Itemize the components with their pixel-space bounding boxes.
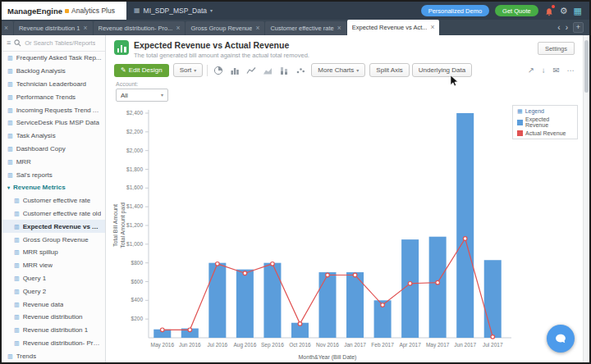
- point-actual-revenue-aug-2016[interactable]: [243, 271, 247, 275]
- point-actual-revenue-may-2016[interactable]: [160, 328, 164, 332]
- stacked-chart-icon[interactable]: [277, 64, 291, 76]
- sidebar-section-revenue-metrics[interactable]: ▾Revenue Metrics: [2, 181, 105, 194]
- sidebar-item-mrr-spillup[interactable]: ▥MRR spillup: [2, 246, 105, 259]
- page-scrollbar[interactable]: [583, 35, 589, 362]
- workspace-switcher[interactable]: ▦ MI_SDP_MSP_Data ▾: [126, 7, 220, 15]
- sidebar-search[interactable]: ≡ Or Search Tables/Reports: [2, 35, 105, 52]
- tab-close-icon[interactable]: ×: [176, 25, 180, 32]
- point-actual-revenue-jan-2017[interactable]: [353, 273, 357, 277]
- sidebar-item-task-analysis[interactable]: ▥Task Analysis: [2, 130, 105, 143]
- split-axis-button[interactable]: Split Axis: [369, 63, 409, 77]
- point-actual-revenue-jul-2016[interactable]: [216, 262, 220, 266]
- download-icon[interactable]: ↓: [542, 66, 546, 75]
- chat-fab-button[interactable]: [547, 325, 575, 353]
- area-chart-icon[interactable]: [261, 64, 274, 76]
- bar-chart-icon[interactable]: [228, 64, 241, 76]
- underlying-data-button[interactable]: Underlying Data: [412, 63, 472, 77]
- list-view-icon[interactable]: ≡: [7, 39, 11, 47]
- point-actual-revenue-may-2017[interactable]: [436, 280, 440, 284]
- sidebar-item-technician-leaderboard[interactable]: ▥Technician Leaderboard: [2, 78, 105, 91]
- x-tick-label: Nov 2016: [316, 342, 339, 348]
- apps-grid-icon[interactable]: ▦: [574, 7, 582, 16]
- sidebar-item-servicedesk-plus-msp-data[interactable]: ▥ServiceDesk Plus MSP Data: [2, 116, 105, 130]
- get-quote-button[interactable]: Get Quote: [495, 5, 538, 16]
- split-axis-label: Split Axis: [376, 66, 402, 74]
- report-tab-expected-revenue-vs-act[interactable]: Expected Revenue vs Act...×: [347, 20, 440, 35]
- sidebar-item-revenue-distribution-1[interactable]: ▥Revenue distribution 1: [2, 324, 105, 337]
- legend-entry-expected-revenue[interactable]: Expected Revenue: [517, 116, 573, 128]
- line-chart-icon[interactable]: [245, 64, 258, 76]
- revenue-chart[interactable]: $200$400$600$800$1,000$1,200$1,400$1,600…: [109, 103, 569, 362]
- point-actual-revenue-sep-2016[interactable]: [271, 262, 275, 266]
- personalized-demo-button[interactable]: Personalized Demo: [421, 5, 489, 16]
- scrollbar-thumb[interactable]: [584, 40, 589, 93]
- report-tab-revenue-distribution-1[interactable]: Revenue distribution 1×: [14, 21, 93, 35]
- point-actual-revenue-jul-2017[interactable]: [491, 335, 495, 339]
- bar-expected-revenue-jul-2016[interactable]: [208, 263, 226, 338]
- account-filter-select[interactable]: All ▾: [116, 89, 168, 102]
- sidebar-item-customer-effective-rate[interactable]: ▥Customer effective rate: [2, 194, 105, 207]
- sidebar-item-gross-group-revenue[interactable]: ▥Gross Group Revenue: [2, 233, 105, 246]
- tab-close-icon[interactable]: ×: [255, 25, 259, 32]
- report-title: Expected Revenue vs Actual Revenue: [134, 40, 309, 50]
- settings-gear-icon[interactable]: ⚙: [560, 7, 568, 16]
- sidebar-item-mrr-view[interactable]: ▥MRR view: [2, 259, 105, 272]
- notifications-bell-icon[interactable]: [544, 6, 554, 16]
- tabs-scroll-right-icon[interactable]: ›: [566, 24, 568, 32]
- sidebar-item-label: Sal's reports: [16, 171, 53, 179]
- tab-label: Expected Revenue vs Act...: [352, 24, 428, 31]
- sidebar-item-revenue-data[interactable]: ▥Revenue data: [2, 298, 105, 311]
- sort-button[interactable]: Sort ▾: [173, 63, 204, 77]
- sidebar-item-label: Expected Revenue vs Actual...: [23, 223, 102, 230]
- point-actual-revenue-oct-2016[interactable]: [298, 322, 302, 326]
- pencil-icon: ✎: [121, 66, 126, 74]
- point-actual-revenue-feb-2017[interactable]: [381, 303, 385, 307]
- point-actual-revenue-jun-2016[interactable]: [188, 328, 192, 332]
- tabs-scroll-left-icon[interactable]: ‹: [557, 24, 560, 32]
- sidebar-item-mrr[interactable]: ▥MRR: [2, 155, 105, 168]
- sidebar-item-performance-trends[interactable]: ▥Performance Trends: [2, 90, 105, 103]
- report-item-icon: ▥: [14, 275, 20, 281]
- share-icon[interactable]: ↗: [528, 66, 534, 75]
- report-item-icon: ▥: [14, 262, 20, 268]
- legend-entry-actual-revenue[interactable]: Actual Revenue: [517, 130, 573, 136]
- more-charts-button[interactable]: More Charts ▾: [311, 63, 365, 77]
- bar-expected-revenue-nov-2016[interactable]: [319, 272, 337, 338]
- report-tab-revenue-distribution-pro[interactable]: Revenue distribution- Pro...×: [94, 21, 186, 35]
- sidebar-item-revenue-distribution[interactable]: ▥Revenue distribution: [2, 311, 105, 324]
- bar-expected-revenue-jun-2017[interactable]: [456, 113, 474, 338]
- sidebar-item-customer-effective-rate-old[interactable]: ▥Customer effective rate old: [2, 207, 105, 221]
- edit-design-button[interactable]: ✎ Edit Design: [114, 64, 169, 77]
- more-options-icon[interactable]: ⋯: [567, 66, 575, 75]
- report-tab-gross-group-revenue[interactable]: Gross Group Revenue×: [186, 21, 264, 35]
- report-tab-data[interactable]: ... data×: [2, 21, 13, 35]
- content-area: ≡ Or Search Tables/Reports ▥Frequently A…: [2, 35, 589, 362]
- scatter-chart-icon[interactable]: [294, 64, 307, 76]
- sidebar-item-sal-s-reports[interactable]: ▥Sal's reports: [2, 168, 105, 181]
- mail-icon[interactable]: ✉: [553, 66, 560, 75]
- sidebar-item-trends[interactable]: ▥Trends: [2, 349, 105, 362]
- point-actual-revenue-jun-2017[interactable]: [463, 237, 467, 241]
- sidebar-item-expected-revenue-vs-actual[interactable]: ▥Expected Revenue vs Actual...: [2, 220, 105, 233]
- sidebar-item-dashboard-copy[interactable]: ▥Dashboard Copy: [2, 143, 105, 156]
- sidebar-item-incoming-requests-trend-a[interactable]: ▥Incoming Requests Trend A...: [2, 103, 105, 116]
- new-tab-button[interactable]: +: [573, 22, 584, 33]
- report-tab-customer-effective-rate[interactable]: Customer effective rate×: [265, 21, 346, 35]
- point-actual-revenue-nov-2016[interactable]: [326, 273, 330, 277]
- bar-expected-revenue-may-2017[interactable]: [429, 237, 447, 338]
- sidebar-item-backlog-analysis[interactable]: ▥Backlog Analysis: [2, 65, 105, 78]
- pie-chart-icon[interactable]: [212, 64, 225, 76]
- bar-expected-revenue-sep-2016[interactable]: [263, 263, 281, 338]
- tab-close-icon[interactable]: ×: [4, 25, 8, 32]
- tab-close-icon[interactable]: ×: [430, 24, 434, 31]
- tab-close-icon[interactable]: ×: [84, 25, 88, 32]
- sidebar-item-query-2[interactable]: ▥Query 2: [2, 284, 105, 298]
- sidebar-item-revenue-distribution-proper[interactable]: ▥Revenue distribution- Proper: [2, 337, 105, 350]
- sidebar-item-frequently-asked-task-rep[interactable]: ▥Frequently Asked Task Rep...: [2, 52, 105, 65]
- point-actual-revenue-apr-2017[interactable]: [408, 281, 412, 285]
- bar-expected-revenue-aug-2016[interactable]: [236, 270, 254, 338]
- sidebar-item-query-1[interactable]: ▥Query 1: [2, 272, 105, 285]
- tab-close-icon[interactable]: ×: [337, 25, 341, 32]
- settings-button[interactable]: Settings: [538, 42, 575, 55]
- bar-expected-revenue-jul-2017[interactable]: [484, 260, 502, 338]
